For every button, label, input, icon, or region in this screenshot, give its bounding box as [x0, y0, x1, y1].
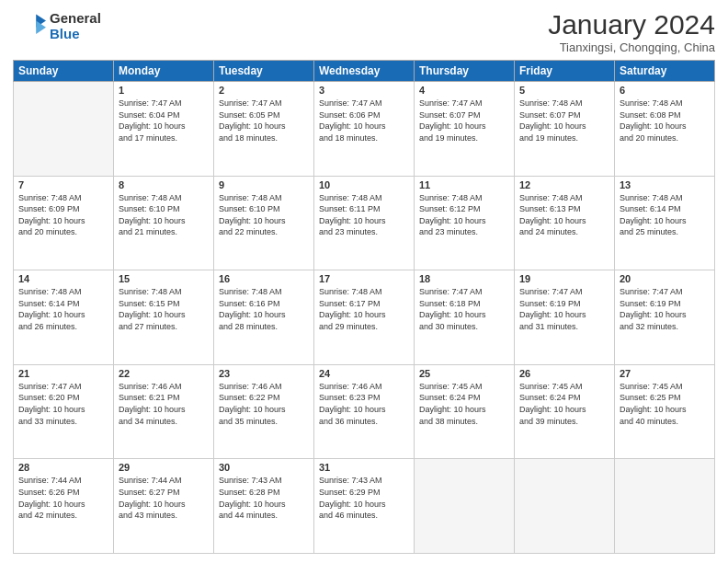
day-cell: 22Sunrise: 7:46 AM Sunset: 6:21 PM Dayli… [114, 364, 214, 459]
day-number: 11 [419, 179, 509, 190]
day-cell: 25Sunrise: 7:45 AM Sunset: 6:24 PM Dayli… [415, 364, 515, 459]
col-header-thursday: Thursday [415, 61, 515, 82]
day-info: Sunrise: 7:47 AM Sunset: 6:05 PM Dayligh… [219, 98, 309, 144]
day-cell: 4Sunrise: 7:47 AM Sunset: 6:07 PM Daylig… [415, 82, 515, 177]
day-number: 28 [18, 462, 108, 473]
day-cell [14, 82, 114, 177]
day-info: Sunrise: 7:44 AM Sunset: 6:27 PM Dayligh… [119, 475, 209, 521]
day-info: Sunrise: 7:48 AM Sunset: 6:13 PM Dayligh… [519, 192, 609, 238]
day-number: 24 [319, 368, 409, 379]
day-cell: 3Sunrise: 7:47 AM Sunset: 6:06 PM Daylig… [314, 82, 415, 177]
day-cell: 1Sunrise: 7:47 AM Sunset: 6:04 PM Daylig… [114, 82, 214, 177]
logo-text: General Blue [50, 10, 101, 41]
day-number: 23 [219, 368, 309, 379]
day-info: Sunrise: 7:48 AM Sunset: 6:12 PM Dayligh… [419, 192, 509, 238]
col-header-wednesday: Wednesday [314, 61, 415, 82]
day-info: Sunrise: 7:47 AM Sunset: 6:18 PM Dayligh… [419, 286, 509, 332]
day-cell: 2Sunrise: 7:47 AM Sunset: 6:05 PM Daylig… [214, 82, 314, 177]
day-number: 4 [419, 85, 509, 96]
day-cell: 21Sunrise: 7:47 AM Sunset: 6:20 PM Dayli… [14, 364, 114, 459]
day-number: 1 [119, 85, 209, 96]
day-cell: 19Sunrise: 7:47 AM Sunset: 6:19 PM Dayli… [515, 270, 615, 365]
day-number: 31 [319, 462, 409, 473]
day-number: 17 [319, 273, 409, 284]
day-cell: 16Sunrise: 7:48 AM Sunset: 6:16 PM Dayli… [214, 270, 314, 365]
day-cell: 26Sunrise: 7:45 AM Sunset: 6:24 PM Dayli… [515, 364, 615, 459]
day-number: 14 [18, 273, 108, 284]
day-info: Sunrise: 7:48 AM Sunset: 6:09 PM Dayligh… [18, 192, 108, 238]
day-number: 19 [519, 273, 609, 284]
day-cell: 18Sunrise: 7:47 AM Sunset: 6:18 PM Dayli… [415, 270, 515, 365]
day-info: Sunrise: 7:44 AM Sunset: 6:26 PM Dayligh… [18, 475, 108, 521]
day-info: Sunrise: 7:45 AM Sunset: 6:25 PM Dayligh… [620, 381, 710, 427]
day-cell: 5Sunrise: 7:48 AM Sunset: 6:07 PM Daylig… [515, 82, 615, 177]
day-info: Sunrise: 7:47 AM Sunset: 6:19 PM Dayligh… [620, 286, 710, 332]
calendar-table: SundayMondayTuesdayWednesdayThursdayFrid… [13, 60, 715, 554]
day-cell: 9Sunrise: 7:48 AM Sunset: 6:10 PM Daylig… [214, 176, 314, 270]
day-info: Sunrise: 7:48 AM Sunset: 6:15 PM Dayligh… [119, 286, 209, 332]
day-cell: 7Sunrise: 7:48 AM Sunset: 6:09 PM Daylig… [14, 176, 114, 270]
day-number: 12 [519, 179, 609, 190]
day-info: Sunrise: 7:43 AM Sunset: 6:28 PM Dayligh… [219, 475, 309, 521]
day-number: 6 [620, 85, 710, 96]
day-number: 15 [119, 273, 209, 284]
day-info: Sunrise: 7:47 AM Sunset: 6:20 PM Dayligh… [18, 381, 108, 427]
day-number: 9 [219, 179, 309, 190]
day-number: 30 [219, 462, 309, 473]
day-cell: 28Sunrise: 7:44 AM Sunset: 6:26 PM Dayli… [14, 459, 114, 554]
day-info: Sunrise: 7:48 AM Sunset: 6:07 PM Dayligh… [519, 98, 609, 144]
month-title: January 2024 [548, 9, 715, 40]
day-number: 13 [620, 179, 710, 190]
day-number: 7 [18, 179, 108, 190]
col-header-sunday: Sunday [14, 61, 114, 82]
day-number: 10 [319, 179, 409, 190]
day-number: 25 [419, 368, 509, 379]
week-row-3: 14Sunrise: 7:48 AM Sunset: 6:14 PM Dayli… [14, 270, 715, 365]
day-number: 21 [18, 368, 108, 379]
week-row-5: 28Sunrise: 7:44 AM Sunset: 6:26 PM Dayli… [14, 459, 715, 554]
day-cell [415, 459, 515, 554]
day-info: Sunrise: 7:48 AM Sunset: 6:10 PM Dayligh… [119, 192, 209, 238]
col-header-tuesday: Tuesday [214, 61, 314, 82]
day-number: 20 [620, 273, 710, 284]
day-cell: 14Sunrise: 7:48 AM Sunset: 6:14 PM Dayli… [14, 270, 114, 365]
day-info: Sunrise: 7:45 AM Sunset: 6:24 PM Dayligh… [519, 381, 609, 427]
day-info: Sunrise: 7:48 AM Sunset: 6:14 PM Dayligh… [18, 286, 108, 332]
week-row-1: 1Sunrise: 7:47 AM Sunset: 6:04 PM Daylig… [14, 82, 715, 177]
col-header-friday: Friday [515, 61, 615, 82]
day-info: Sunrise: 7:47 AM Sunset: 6:06 PM Dayligh… [319, 98, 409, 144]
day-cell: 11Sunrise: 7:48 AM Sunset: 6:12 PM Dayli… [415, 176, 515, 270]
day-cell: 30Sunrise: 7:43 AM Sunset: 6:28 PM Dayli… [214, 459, 314, 554]
day-cell: 10Sunrise: 7:48 AM Sunset: 6:11 PM Dayli… [314, 176, 415, 270]
day-info: Sunrise: 7:47 AM Sunset: 6:19 PM Dayligh… [519, 286, 609, 332]
day-info: Sunrise: 7:45 AM Sunset: 6:24 PM Dayligh… [419, 381, 509, 427]
day-info: Sunrise: 7:48 AM Sunset: 6:10 PM Dayligh… [219, 192, 309, 238]
day-cell: 13Sunrise: 7:48 AM Sunset: 6:14 PM Dayli… [615, 176, 715, 270]
day-info: Sunrise: 7:46 AM Sunset: 6:23 PM Dayligh… [319, 381, 409, 427]
page: General Blue January 2024 Tianxingsi, Ch… [0, 0, 728, 563]
day-cell: 24Sunrise: 7:46 AM Sunset: 6:23 PM Dayli… [314, 364, 415, 459]
day-cell: 6Sunrise: 7:48 AM Sunset: 6:08 PM Daylig… [615, 82, 715, 177]
subtitle: Tianxingsi, Chongqing, China [548, 40, 715, 54]
col-header-saturday: Saturday [615, 61, 715, 82]
day-cell: 15Sunrise: 7:48 AM Sunset: 6:15 PM Dayli… [114, 270, 214, 365]
title-area: January 2024 Tianxingsi, Chongqing, Chin… [548, 9, 715, 54]
day-number: 27 [620, 368, 710, 379]
day-info: Sunrise: 7:48 AM Sunset: 6:14 PM Dayligh… [620, 192, 710, 238]
col-header-monday: Monday [114, 61, 214, 82]
week-row-4: 21Sunrise: 7:47 AM Sunset: 6:20 PM Dayli… [14, 364, 715, 459]
day-cell [515, 459, 615, 554]
day-info: Sunrise: 7:48 AM Sunset: 6:08 PM Dayligh… [620, 98, 710, 144]
day-cell: 29Sunrise: 7:44 AM Sunset: 6:27 PM Dayli… [114, 459, 214, 554]
logo: General Blue [13, 9, 101, 42]
day-cell: 27Sunrise: 7:45 AM Sunset: 6:25 PM Dayli… [615, 364, 715, 459]
day-info: Sunrise: 7:46 AM Sunset: 6:21 PM Dayligh… [119, 381, 209, 427]
day-number: 22 [119, 368, 209, 379]
day-number: 26 [519, 368, 609, 379]
day-number: 29 [119, 462, 209, 473]
day-cell: 23Sunrise: 7:46 AM Sunset: 6:22 PM Dayli… [214, 364, 314, 459]
day-number: 3 [319, 85, 409, 96]
day-number: 5 [519, 85, 609, 96]
calendar-header-row: SundayMondayTuesdayWednesdayThursdayFrid… [14, 61, 715, 82]
day-number: 8 [119, 179, 209, 190]
